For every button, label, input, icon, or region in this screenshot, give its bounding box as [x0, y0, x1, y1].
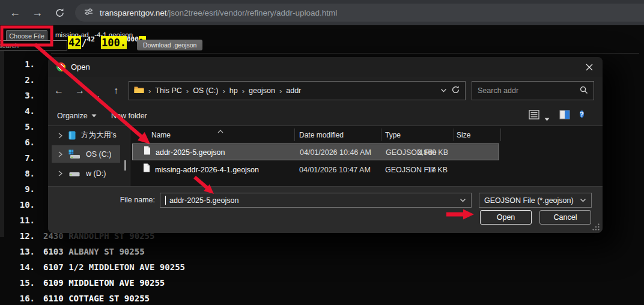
- site-settings-icon[interactable]: [84, 7, 93, 18]
- browser-forward-icon[interactable]: →: [29, 5, 45, 20]
- this-pc-icon: [68, 131, 76, 140]
- browser-back-icon[interactable]: ←: [7, 5, 23, 20]
- dialog-refresh-icon[interactable]: [451, 85, 460, 96]
- column-header-date-modified[interactable]: Date modified: [299, 128, 344, 142]
- list-item: 14.6107 1/2 MIDDLETON AVE 90255: [0, 259, 185, 275]
- chevron-right-icon[interactable]: [58, 133, 63, 139]
- list-item: 3.: [0, 88, 43, 103]
- recent-locations-icon[interactable]: [93, 88, 100, 106]
- close-icon[interactable]: [583, 61, 595, 73]
- file-row-addr-2025-5[interactable]: addr-2025-5.geojson 04/01/2026 10:46 AM …: [132, 143, 499, 160]
- open-file-dialog: Open ← → ↑ › This PC › OS (C:) › hp › ge…: [48, 57, 603, 233]
- chevron-down-icon[interactable]: [580, 198, 586, 203]
- help-icon[interactable]: ?: [580, 109, 584, 119]
- chevron-down-icon: [91, 114, 97, 118]
- sidebar-item-w-d[interactable]: w (D:): [52, 165, 120, 182]
- breadcrumb-separator: ›: [186, 86, 189, 95]
- file-size: 17 KB: [390, 162, 448, 178]
- list-item: 6.: [0, 134, 43, 150]
- breadcrumb-separator: ›: [223, 86, 225, 95]
- list-item: 2.: [0, 72, 43, 88]
- column-divider[interactable]: [454, 128, 454, 141]
- page-search-input[interactable]: [0, 40, 67, 50]
- screen: ← → transparentgov.net/json2tree/esri/ve…: [0, 0, 644, 305]
- column-header-size[interactable]: Size: [457, 128, 470, 142]
- preview-pane-icon[interactable]: [559, 110, 570, 121]
- dialog-search-box: [472, 81, 594, 100]
- dialog-forward-icon[interactable]: →: [74, 81, 86, 100]
- breadcrumb-os-c[interactable]: OS (C:): [193, 86, 218, 95]
- file-date-modified: 04/01/2026 10:47 AM: [299, 162, 371, 178]
- views-dropdown-icon[interactable]: [544, 115, 550, 123]
- column-divider[interactable]: [294, 128, 295, 141]
- chevron-right-icon[interactable]: [58, 151, 63, 157]
- browser-toolbar: ← → transparentgov.net/json2tree/esri/ve…: [0, 0, 644, 25]
- new-folder-label: New folder: [111, 109, 147, 123]
- file-type-select[interactable]: GEOJSON File (*.geojson): [479, 193, 592, 208]
- chevron-right-icon[interactable]: [58, 171, 63, 177]
- list-item: 15.6109 MIDDLETON AVE 90255: [0, 275, 165, 291]
- file-row-missing-addr[interactable]: missing-addr-2026-4-1.geojson 04/01/2026…: [132, 162, 499, 178]
- url-domain: transparentgov.net: [100, 8, 167, 17]
- column-header-type[interactable]: Type: [385, 128, 401, 142]
- file-name-label: File name:: [96, 193, 155, 208]
- file-name-input[interactable]: addr-2025-5.geojson: [160, 193, 472, 208]
- sidebar-item-label: OS (C:): [86, 150, 111, 159]
- breadcrumb-hp[interactable]: hp: [229, 86, 238, 95]
- open-button[interactable]: Open: [480, 210, 532, 225]
- folder-icon: [134, 86, 144, 95]
- total-count: 42: [87, 35, 95, 43]
- breadcrumb-addr[interactable]: addr: [286, 86, 301, 95]
- list-item: 7.: [0, 150, 43, 166]
- organize-label: Organize: [57, 109, 88, 123]
- chevron-down-icon[interactable]: [460, 198, 466, 203]
- dialog-back-icon[interactable]: ←: [53, 81, 65, 100]
- chrome-logo-icon: [56, 62, 65, 71]
- file-date-modified: 04/01/2026 10:46 AM: [300, 144, 371, 161]
- dialog-breadcrumb-bar[interactable]: › This PC › OS (C:) › hp › geojson › add…: [129, 81, 466, 100]
- dialog-search-input[interactable]: [478, 86, 580, 95]
- views-icon[interactable]: [529, 110, 539, 121]
- file-type-value: GEOJSON File (*.geojson): [484, 196, 576, 205]
- sidebar-item-label: 方为大用's: [81, 130, 117, 140]
- url-path: /json2tree/esri/vendor/refinery/addr-upl…: [167, 8, 338, 17]
- resize-grip[interactable]: [592, 223, 600, 232]
- address-bar[interactable]: transparentgov.net/json2tree/esri/vendor…: [75, 4, 644, 22]
- file-icon: [144, 144, 151, 161]
- cancel-button[interactable]: Cancel: [539, 210, 591, 225]
- address-dropdown-icon[interactable]: [440, 86, 447, 95]
- organize-button[interactable]: Organize: [57, 109, 97, 123]
- match-count: 42/42: [68, 37, 95, 49]
- breadcrumb-geojson[interactable]: geojson: [249, 86, 275, 95]
- sidebar-item-this-pc[interactable]: 方为大用's: [52, 127, 120, 144]
- text-caret: [165, 196, 166, 205]
- browser-refresh-icon[interactable]: [52, 7, 67, 22]
- file-size: 2,860 KB: [391, 144, 448, 161]
- column-divider[interactable]: [381, 128, 381, 141]
- new-folder-button[interactable]: New folder: [111, 109, 147, 123]
- column-divider[interactable]: [500, 128, 501, 141]
- url-text: transparentgov.net/json2tree/esri/vendor…: [100, 8, 337, 17]
- list-item: 9.: [0, 181, 43, 197]
- list-item: 1.: [0, 56, 43, 72]
- list-item: 5.: [0, 119, 43, 134]
- list-item: 4.: [0, 103, 43, 119]
- up-folder-icon[interactable]: ↑: [110, 81, 122, 100]
- column-header-name[interactable]: Name: [151, 128, 171, 142]
- breadcrumb-separator: ›: [242, 86, 245, 95]
- sidebar-item-os-c[interactable]: OS (C:): [52, 145, 120, 163]
- download-geojson-button[interactable]: Download .geojson: [137, 40, 202, 50]
- sidebar-item-label: w (D:): [86, 169, 106, 178]
- file-name: addr-2025-5.geojson: [156, 144, 225, 161]
- os-c-drive-icon: [68, 149, 80, 159]
- count-separator: /: [81, 38, 87, 49]
- sidebar-scrollbar[interactable]: [124, 160, 126, 171]
- breadcrumb-separator: ›: [279, 86, 282, 95]
- sort-ascending-icon: [217, 127, 223, 135]
- search-icon[interactable]: [580, 86, 588, 96]
- w-d-drive-icon: [68, 169, 80, 178]
- file-name-value: addr-2025-5.geojson: [169, 196, 456, 205]
- list-item: 8.: [0, 166, 43, 181]
- dialog-titlebar[interactable]: Open: [48, 57, 603, 77]
- breadcrumb-this-pc[interactable]: This PC: [155, 86, 181, 95]
